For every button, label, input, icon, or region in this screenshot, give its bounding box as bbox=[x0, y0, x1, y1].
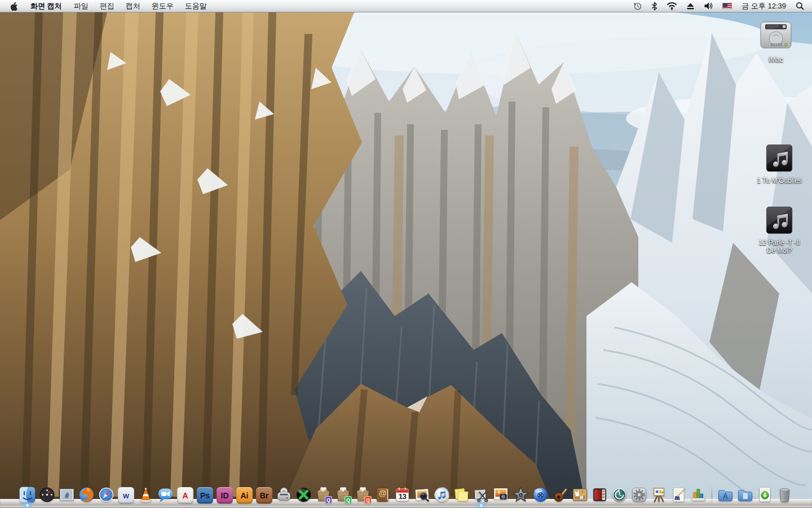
dock-pinboard-app-icon[interactable] bbox=[570, 482, 590, 508]
time-machine-icon bbox=[633, 2, 642, 11]
audio-file-icon bbox=[763, 142, 796, 175]
dock-safari-icon[interactable] bbox=[96, 482, 116, 508]
dock-numbers-icon[interactable] bbox=[689, 482, 708, 508]
menu-app-name[interactable]: 화면 캡처 bbox=[24, 0, 68, 12]
dock-grab-icon[interactable] bbox=[471, 482, 491, 508]
desktop-icon-audio-file-2[interactable]: 12 Parle -T -Il De Moi? bbox=[758, 204, 801, 255]
input-source-menu[interactable] bbox=[718, 0, 736, 12]
menu-help[interactable]: 도움말 bbox=[179, 0, 213, 12]
desktop-icon-audio-file-1[interactable]: 1 Tu M'Oublies bbox=[758, 142, 801, 185]
wifi-menu[interactable] bbox=[662, 0, 682, 12]
bluetooth-icon bbox=[651, 2, 657, 11]
dock-itunes-icon[interactable] bbox=[432, 482, 452, 508]
dock-firefox-icon[interactable] bbox=[77, 482, 96, 508]
menu-file[interactable]: 파일 bbox=[68, 0, 94, 12]
apple-logo-icon bbox=[9, 1, 17, 11]
dock-illustrator-icon[interactable]: Ai bbox=[235, 482, 254, 508]
dock-quark-box-1-icon[interactable]: Q bbox=[314, 482, 333, 508]
menu-edit[interactable]: 편집 bbox=[94, 0, 120, 12]
spotlight-menu[interactable] bbox=[791, 0, 812, 12]
dock-address-book-icon[interactable]: @ bbox=[373, 482, 392, 508]
eject-menu[interactable] bbox=[682, 0, 699, 12]
dock-quark-box-3-icon[interactable]: Q bbox=[353, 482, 373, 508]
wifi-icon bbox=[667, 2, 677, 10]
bluetooth-menu[interactable] bbox=[647, 0, 662, 12]
dock-items: wAPsIDAiBrQQQ@13 bbox=[0, 479, 812, 508]
dock-preview-icon[interactable] bbox=[412, 482, 432, 508]
dock-toast-icon[interactable] bbox=[274, 482, 294, 508]
dock-w-globe-app-icon[interactable]: w bbox=[116, 482, 136, 508]
hard-drive-icon bbox=[757, 18, 795, 54]
dock: wAPsIDAiBrQQQ@13 bbox=[0, 479, 812, 508]
volume-icon bbox=[704, 2, 713, 10]
dock-dashboard-icon[interactable] bbox=[37, 482, 57, 508]
dock-stickies-icon[interactable] bbox=[452, 482, 471, 508]
desktop-icon-label: De Moi? bbox=[767, 247, 792, 255]
dock-separator bbox=[708, 483, 716, 508]
dock-pages-icon[interactable] bbox=[669, 482, 689, 508]
dock-quarkxpress-icon[interactable] bbox=[294, 482, 314, 508]
dock-photo-booth-icon[interactable] bbox=[590, 482, 610, 508]
running-indicator bbox=[480, 504, 483, 507]
dock-keynote-icon[interactable] bbox=[649, 482, 669, 508]
dock-trash-icon[interactable] bbox=[775, 482, 795, 508]
dock-downloads-stack-icon[interactable] bbox=[755, 482, 775, 508]
dock-documents-folder-icon[interactable] bbox=[735, 482, 755, 508]
status-menus: 금 오후 12:39 bbox=[629, 0, 812, 12]
dock-photoshop-icon[interactable]: Ps bbox=[195, 482, 215, 508]
menu-window[interactable]: 윈도우 bbox=[146, 0, 179, 12]
dock-idvd-icon[interactable] bbox=[531, 482, 550, 508]
volume-menu[interactable] bbox=[699, 0, 718, 12]
apple-menu[interactable] bbox=[0, 0, 24, 12]
dock-quark-box-2-icon[interactable]: Q bbox=[333, 482, 353, 508]
dock-bridge-icon[interactable]: Br bbox=[254, 482, 274, 508]
dock-system-preferences-icon[interactable] bbox=[629, 482, 649, 508]
dock-finder-icon[interactable] bbox=[17, 482, 37, 508]
dock-ical-icon[interactable]: 13 bbox=[392, 482, 412, 508]
dock-vlc-icon[interactable] bbox=[136, 482, 156, 508]
eject-icon bbox=[686, 2, 695, 10]
dock-ichat-icon[interactable] bbox=[156, 482, 175, 508]
us-flag-icon bbox=[722, 3, 732, 9]
menu-capture[interactable]: 캡처 bbox=[120, 0, 146, 12]
desktop-icon-label: 12 Parle -T -Il bbox=[759, 239, 800, 247]
audio-file-icon bbox=[763, 204, 796, 237]
dock-iphoto-icon[interactable] bbox=[491, 482, 511, 508]
running-indicator bbox=[26, 504, 29, 507]
wallpaper-mountains bbox=[0, 0, 812, 508]
dock-indesign-icon[interactable]: ID bbox=[215, 482, 235, 508]
dock-mail-icon[interactable] bbox=[57, 482, 77, 508]
dock-time-machine-icon[interactable] bbox=[610, 482, 629, 508]
desktop-icon-label: iMac bbox=[769, 56, 783, 64]
time-machine-menu[interactable] bbox=[629, 0, 647, 12]
dock-applications-folder-icon[interactable] bbox=[716, 482, 735, 508]
spotlight-search-icon bbox=[796, 2, 804, 10]
desktop-icon-imac-hd[interactable]: iMac bbox=[754, 18, 797, 64]
dock-garageband-icon[interactable] bbox=[550, 482, 570, 508]
menu-bar: 화면 캡처 파일 편집 캡처 윈도우 도움말 bbox=[0, 0, 812, 12]
desktop-icon-label: 1 Tu M'Oublies bbox=[757, 177, 802, 185]
app-menus: 화면 캡처 파일 편집 캡처 윈도우 도움말 bbox=[0, 0, 213, 12]
menubar-clock[interactable]: 금 오후 12:39 bbox=[736, 1, 791, 11]
dock-acrobat-reader-icon[interactable]: A bbox=[175, 482, 195, 508]
dock-imovie-icon[interactable] bbox=[511, 482, 531, 508]
